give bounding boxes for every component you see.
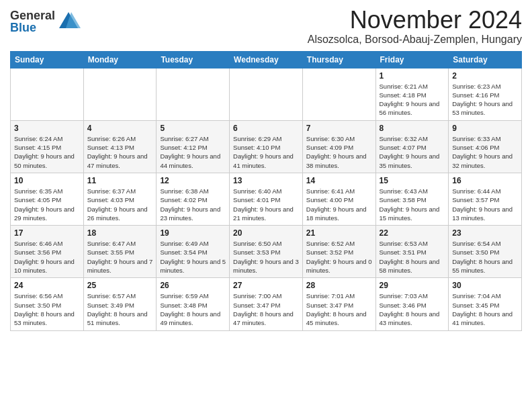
day-detail: Sunrise: 6:46 AMSunset: 3:56 PMDaylight:… (14, 239, 80, 275)
title-block: November 2024 Alsozsolca, Borsod-Abauj-Z… (308, 7, 522, 46)
day-number: 28 (306, 281, 372, 290)
day-detail: Sunrise: 6:38 AMSunset: 4:02 PMDaylight:… (160, 187, 226, 222)
day-number: 4 (87, 124, 153, 133)
day-cell: 8Sunrise: 6:32 AMSunset: 4:07 PMDaylight… (375, 120, 449, 173)
day-detail: Sunrise: 6:56 AMSunset: 3:50 PMDaylight:… (14, 291, 80, 327)
day-number: 13 (233, 176, 299, 185)
day-cell: 29Sunrise: 7:03 AMSunset: 3:46 PMDayligh… (375, 278, 449, 330)
day-detail: Sunrise: 6:41 AMSunset: 4:00 PMDaylight:… (306, 187, 372, 222)
day-number: 14 (306, 176, 372, 185)
day-cell: 22Sunrise: 6:53 AMSunset: 3:51 PMDayligh… (375, 226, 449, 278)
day-number: 3 (14, 124, 80, 133)
day-number: 21 (306, 228, 372, 238)
day-cell: 7Sunrise: 6:30 AMSunset: 4:09 PMDaylight… (302, 120, 375, 173)
day-number: 11 (87, 176, 153, 185)
day-cell: 11Sunrise: 6:37 AMSunset: 4:03 PMDayligh… (83, 173, 157, 225)
day-detail: Sunrise: 6:29 AMSunset: 4:10 PMDaylight:… (233, 134, 299, 170)
day-cell: 12Sunrise: 6:38 AMSunset: 4:02 PMDayligh… (157, 173, 230, 225)
day-number: 15 (380, 176, 445, 185)
day-detail: Sunrise: 7:04 AMSunset: 3:45 PMDaylight:… (452, 291, 518, 327)
day-detail: Sunrise: 6:32 AMSunset: 4:07 PMDaylight:… (380, 134, 445, 170)
day-number: 27 (233, 281, 299, 290)
week-row-5: 24Sunrise: 6:56 AMSunset: 3:50 PMDayligh… (11, 278, 522, 330)
day-number: 17 (14, 228, 80, 238)
day-number: 22 (380, 228, 445, 238)
day-detail: Sunrise: 6:27 AMSunset: 4:12 PMDaylight:… (160, 134, 226, 170)
day-number: 12 (160, 176, 226, 185)
day-detail: Sunrise: 6:50 AMSunset: 3:53 PMDaylight:… (233, 239, 299, 275)
day-detail: Sunrise: 6:53 AMSunset: 3:51 PMDaylight:… (380, 239, 445, 275)
logo: General Blue (10, 9, 81, 34)
logo-icon (56, 9, 81, 34)
day-number: 26 (160, 281, 226, 290)
week-row-3: 10Sunrise: 6:35 AMSunset: 4:05 PMDayligh… (11, 173, 522, 225)
weekday-header-tuesday: Tuesday (157, 51, 230, 68)
day-cell: 9Sunrise: 6:33 AMSunset: 4:06 PMDaylight… (449, 120, 522, 173)
day-number: 25 (87, 281, 153, 290)
day-detail: Sunrise: 6:52 AMSunset: 3:52 PMDaylight:… (306, 239, 372, 275)
day-number: 30 (452, 281, 518, 290)
week-row-1: 1Sunrise: 6:21 AMSunset: 4:18 PMDaylight… (11, 68, 522, 120)
day-cell (11, 68, 84, 120)
page: General Blue November 2024 Alsozsolca, B… (0, 0, 532, 341)
day-number: 10 (14, 176, 80, 185)
calendar-table: SundayMondayTuesdayWednesdayThursdayFrid… (10, 51, 522, 331)
day-cell: 19Sunrise: 6:49 AMSunset: 3:54 PMDayligh… (157, 226, 230, 278)
day-cell: 23Sunrise: 6:54 AMSunset: 3:50 PMDayligh… (449, 226, 522, 278)
day-cell: 16Sunrise: 6:44 AMSunset: 3:57 PMDayligh… (449, 173, 522, 225)
day-cell: 14Sunrise: 6:41 AMSunset: 4:00 PMDayligh… (302, 173, 375, 225)
day-number: 9 (452, 124, 518, 133)
day-number: 24 (14, 281, 80, 290)
day-cell: 6Sunrise: 6:29 AMSunset: 4:10 PMDaylight… (230, 120, 303, 173)
weekday-header-sunday: Sunday (11, 51, 84, 68)
day-detail: Sunrise: 6:59 AMSunset: 3:48 PMDaylight:… (160, 291, 226, 327)
day-number: 19 (160, 228, 226, 238)
day-detail: Sunrise: 6:35 AMSunset: 4:05 PMDaylight:… (14, 187, 80, 222)
day-detail: Sunrise: 6:40 AMSunset: 4:01 PMDaylight:… (233, 187, 299, 222)
day-detail: Sunrise: 6:30 AMSunset: 4:09 PMDaylight:… (306, 134, 372, 170)
day-cell: 24Sunrise: 6:56 AMSunset: 3:50 PMDayligh… (11, 278, 84, 330)
day-detail: Sunrise: 6:23 AMSunset: 4:16 PMDaylight:… (452, 82, 518, 118)
day-detail: Sunrise: 6:57 AMSunset: 3:49 PMDaylight:… (87, 291, 153, 327)
day-detail: Sunrise: 6:54 AMSunset: 3:50 PMDaylight:… (452, 239, 518, 275)
day-detail: Sunrise: 7:03 AMSunset: 3:46 PMDaylight:… (380, 291, 445, 327)
day-number: 2 (452, 71, 518, 81)
day-detail: Sunrise: 6:26 AMSunset: 4:13 PMDaylight:… (87, 134, 153, 170)
day-cell (230, 68, 303, 120)
day-cell: 15Sunrise: 6:43 AMSunset: 3:58 PMDayligh… (375, 173, 449, 225)
day-detail: Sunrise: 6:44 AMSunset: 3:57 PMDaylight:… (452, 187, 518, 222)
day-cell (157, 68, 230, 120)
day-cell (83, 68, 157, 120)
logo-blue: Blue (10, 21, 55, 34)
weekday-header-friday: Friday (375, 51, 449, 68)
week-row-4: 17Sunrise: 6:46 AMSunset: 3:56 PMDayligh… (11, 226, 522, 278)
day-cell: 18Sunrise: 6:47 AMSunset: 3:55 PMDayligh… (83, 226, 157, 278)
day-number: 16 (452, 176, 518, 185)
day-number: 6 (233, 124, 299, 133)
day-cell: 21Sunrise: 6:52 AMSunset: 3:52 PMDayligh… (302, 226, 375, 278)
day-cell: 3Sunrise: 6:24 AMSunset: 4:15 PMDaylight… (11, 120, 84, 173)
day-detail: Sunrise: 7:01 AMSunset: 3:47 PMDaylight:… (306, 291, 372, 327)
month-title: November 2024 (308, 7, 522, 34)
day-cell: 4Sunrise: 6:26 AMSunset: 4:13 PMDaylight… (83, 120, 157, 173)
day-cell: 28Sunrise: 7:01 AMSunset: 3:47 PMDayligh… (302, 278, 375, 330)
day-cell: 26Sunrise: 6:59 AMSunset: 3:48 PMDayligh… (157, 278, 230, 330)
week-row-2: 3Sunrise: 6:24 AMSunset: 4:15 PMDaylight… (11, 120, 522, 173)
header: General Blue November 2024 Alsozsolca, B… (10, 7, 522, 46)
day-number: 1 (380, 71, 445, 81)
day-cell (302, 68, 375, 120)
day-detail: Sunrise: 6:47 AMSunset: 3:55 PMDaylight:… (87, 239, 153, 275)
day-number: 29 (380, 281, 445, 290)
day-cell: 25Sunrise: 6:57 AMSunset: 3:49 PMDayligh… (83, 278, 157, 330)
day-cell: 27Sunrise: 7:00 AMSunset: 3:47 PMDayligh… (230, 278, 303, 330)
location-title: Alsozsolca, Borsod-Abauj-Zemplen, Hungar… (308, 34, 522, 46)
day-cell: 5Sunrise: 6:27 AMSunset: 4:12 PMDaylight… (157, 120, 230, 173)
day-cell: 2Sunrise: 6:23 AMSunset: 4:16 PMDaylight… (449, 68, 522, 120)
day-cell: 1Sunrise: 6:21 AMSunset: 4:18 PMDaylight… (375, 68, 449, 120)
weekday-header-saturday: Saturday (449, 51, 522, 68)
day-detail: Sunrise: 6:49 AMSunset: 3:54 PMDaylight:… (160, 239, 226, 275)
day-cell: 17Sunrise: 6:46 AMSunset: 3:56 PMDayligh… (11, 226, 84, 278)
day-detail: Sunrise: 6:21 AMSunset: 4:18 PMDaylight:… (380, 82, 445, 118)
weekday-header-thursday: Thursday (302, 51, 375, 68)
day-number: 18 (87, 228, 153, 238)
